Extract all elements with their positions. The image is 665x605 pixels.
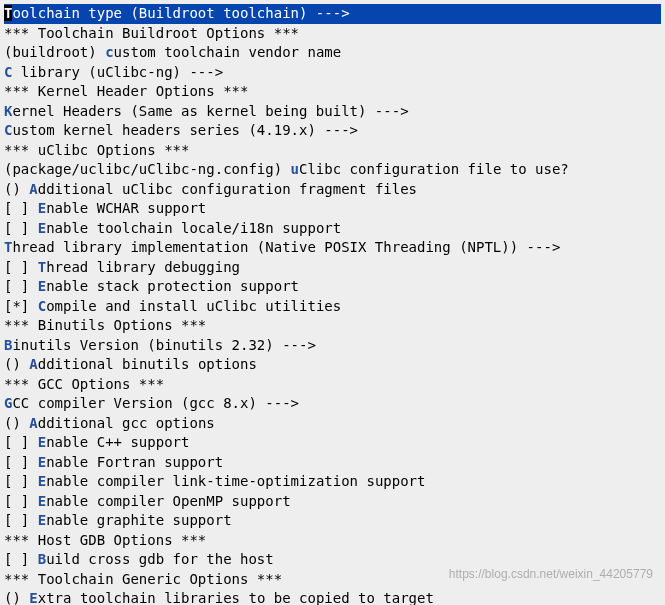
menu-item[interactable]: GCC compiler Version (gcc 8.x) --->: [4, 394, 661, 414]
option-marker: (): [4, 590, 29, 605]
hotkey: A: [29, 415, 37, 431]
menu-item[interactable]: Custom kernel headers series (4.19.x) --…: [4, 121, 661, 141]
menu-item[interactable]: (package/uclibc/uClibc-ng.config) uClibc…: [4, 160, 661, 180]
hotkey: B: [38, 551, 46, 567]
item-label: *** Toolchain Generic Options ***: [4, 571, 282, 587]
hotkey: E: [29, 590, 37, 605]
hotkey: E: [38, 454, 46, 470]
option-marker: [ ]: [4, 473, 38, 489]
item-label: *** GCC Options ***: [4, 376, 164, 392]
hotkey: E: [38, 278, 46, 294]
item-label: ernel Headers (Same as kernel being buil…: [12, 103, 408, 119]
option-marker: (buildroot): [4, 44, 105, 60]
menu-item[interactable]: () Additional binutils options: [4, 355, 661, 375]
option-marker: [ ]: [4, 220, 38, 236]
menu-item[interactable]: [ ] Build cross gdb for the host: [4, 550, 661, 570]
menu-item[interactable]: [*] Compile and install uClibc utilities: [4, 297, 661, 317]
item-label: nable stack protection support: [46, 278, 299, 294]
option-marker: (package/uclibc/uClibc-ng.config): [4, 161, 291, 177]
menu-item[interactable]: () Additional uClibc configuration fragm…: [4, 180, 661, 200]
option-marker: (): [4, 181, 29, 197]
item-label: *** uClibc Options ***: [4, 142, 189, 158]
item-label: ompile and install uClibc utilities: [46, 298, 341, 314]
item-label: Clibc configuration file to use?: [299, 161, 569, 177]
menu-item[interactable]: (buildroot) custom toolchain vendor name: [4, 43, 661, 63]
item-label: hread library implementation (Native POS…: [12, 239, 560, 255]
item-label: nable Fortran support: [46, 454, 223, 470]
menu-item[interactable]: Binutils Version (binutils 2.32) --->: [4, 336, 661, 356]
option-marker: (): [4, 415, 29, 431]
menu-item[interactable]: () Additional gcc options: [4, 414, 661, 434]
hotkey: E: [38, 512, 46, 528]
item-label: nable C++ support: [46, 434, 189, 450]
menu-item[interactable]: *** Toolchain Generic Options ***: [4, 570, 661, 590]
hotkey: E: [38, 200, 46, 216]
option-marker: [ ]: [4, 551, 38, 567]
hotkey: E: [38, 493, 46, 509]
item-label: library (uClibc-ng) --->: [12, 64, 223, 80]
item-label: oolchain type (Buildroot toolchain) --->: [12, 5, 349, 21]
menu-item[interactable]: [ ] Enable WCHAR support: [4, 199, 661, 219]
hotkey: E: [38, 473, 46, 489]
menu-item[interactable]: [ ] Enable graphite support: [4, 511, 661, 531]
hotkey: C: [38, 298, 46, 314]
menuconfig-list: Toolchain type (Buildroot toolchain) ---…: [4, 4, 661, 605]
option-marker: [ ]: [4, 454, 38, 470]
item-label: dditional binutils options: [38, 356, 257, 372]
menu-item[interactable]: Kernel Headers (Same as kernel being bui…: [4, 102, 661, 122]
option-marker: [ ]: [4, 434, 38, 450]
hotkey: E: [38, 434, 46, 450]
item-label: uild cross gdb for the host: [46, 551, 274, 567]
item-label: *** Host GDB Options ***: [4, 532, 206, 548]
option-marker: [ ]: [4, 278, 38, 294]
option-marker: [ ]: [4, 493, 38, 509]
menu-item[interactable]: [ ] Enable Fortran support: [4, 453, 661, 473]
item-label: dditional gcc options: [38, 415, 215, 431]
menu-item[interactable]: [ ] Enable compiler OpenMP support: [4, 492, 661, 512]
item-label: nable toolchain locale/i18n support: [46, 220, 341, 236]
menu-item[interactable]: *** uClibc Options ***: [4, 141, 661, 161]
hotkey: T: [38, 259, 46, 275]
item-label: nable compiler link-time-optimization su…: [46, 473, 425, 489]
option-marker: [*]: [4, 298, 38, 314]
item-label: nable WCHAR support: [46, 200, 206, 216]
item-label: ustom toolchain vendor name: [114, 44, 342, 60]
menu-item[interactable]: () Extra toolchain libraries to be copie…: [4, 589, 661, 605]
item-label: nable graphite support: [46, 512, 231, 528]
item-label: *** Binutils Options ***: [4, 317, 206, 333]
option-marker: [ ]: [4, 200, 38, 216]
item-label: nable compiler OpenMP support: [46, 493, 290, 509]
item-label: hread library debugging: [46, 259, 240, 275]
menu-item[interactable]: [ ] Enable toolchain locale/i18n support: [4, 219, 661, 239]
menu-item[interactable]: Thread library implementation (Native PO…: [4, 238, 661, 258]
hotkey: E: [38, 220, 46, 236]
hotkey: c: [105, 44, 113, 60]
menu-item[interactable]: Toolchain type (Buildroot toolchain) ---…: [4, 4, 661, 24]
option-marker: [ ]: [4, 259, 38, 275]
menu-item[interactable]: C library (uClibc-ng) --->: [4, 63, 661, 83]
menu-item[interactable]: [ ] Enable C++ support: [4, 433, 661, 453]
option-marker: [ ]: [4, 512, 38, 528]
menu-item[interactable]: *** Kernel Header Options ***: [4, 82, 661, 102]
hotkey: A: [29, 181, 37, 197]
item-label: CC compiler Version (gcc 8.x) --->: [12, 395, 299, 411]
menu-item[interactable]: *** Binutils Options ***: [4, 316, 661, 336]
menu-item[interactable]: *** Host GDB Options ***: [4, 531, 661, 551]
menu-item[interactable]: [ ] Thread library debugging: [4, 258, 661, 278]
menu-item[interactable]: *** Toolchain Buildroot Options ***: [4, 24, 661, 44]
hotkey: A: [29, 356, 37, 372]
hotkey: u: [291, 161, 299, 177]
item-label: ustom kernel headers series (4.19.x) ---…: [12, 122, 358, 138]
option-marker: (): [4, 356, 29, 372]
item-label: inutils Version (binutils 2.32) --->: [12, 337, 315, 353]
item-label: *** Toolchain Buildroot Options ***: [4, 25, 299, 41]
item-label: *** Kernel Header Options ***: [4, 83, 248, 99]
item-label: xtra toolchain libraries to be copied to…: [38, 590, 434, 605]
menu-item[interactable]: [ ] Enable compiler link-time-optimizati…: [4, 472, 661, 492]
menu-item[interactable]: *** GCC Options ***: [4, 375, 661, 395]
menu-item[interactable]: [ ] Enable stack protection support: [4, 277, 661, 297]
item-label: dditional uClibc configuration fragment …: [38, 181, 417, 197]
